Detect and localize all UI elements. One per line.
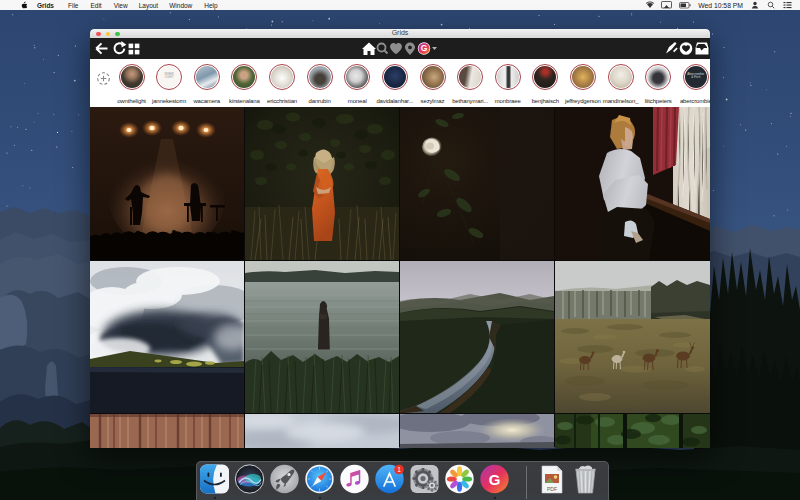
svg-text:G: G [489, 471, 501, 488]
svg-text:G: G [421, 43, 428, 53]
svg-text:PDF: PDF [547, 486, 557, 492]
svg-text:1: 1 [397, 466, 401, 473]
